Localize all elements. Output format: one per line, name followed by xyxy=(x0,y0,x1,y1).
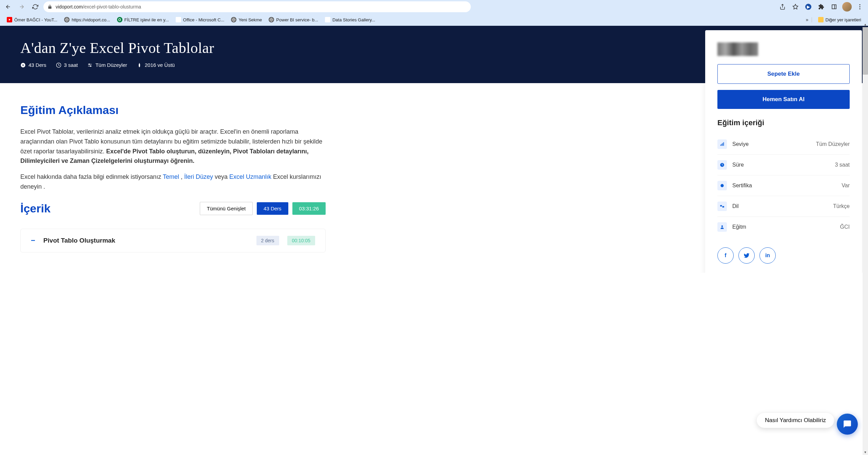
svg-rect-17 xyxy=(722,143,723,146)
total-duration-badge: 03:31:26 xyxy=(292,202,326,215)
forward-button[interactable] xyxy=(16,1,27,12)
share-icon xyxy=(779,4,786,10)
panel-button[interactable] xyxy=(829,1,840,12)
info-row-certificate: Sertifika Var xyxy=(717,175,850,196)
language-icon xyxy=(717,202,727,211)
globe-icon xyxy=(231,17,236,22)
globe-icon xyxy=(269,17,274,22)
bookmark-label: FİLTRE işlevi ile en y... xyxy=(124,17,169,22)
svg-point-23 xyxy=(721,225,723,227)
social-share-row: f in xyxy=(717,247,850,264)
scroll-up-icon[interactable]: ▲ xyxy=(863,22,868,27)
scrollbar[interactable]: ▲ ▼ xyxy=(863,27,868,273)
description-para-2: Excel hakkında daha fazla bilgi edinmek … xyxy=(20,172,326,192)
bookmarks-bar: Ömer BAĞCI - YouT... https://vidoport.co… xyxy=(0,14,868,26)
star-icon xyxy=(792,4,798,10)
expand-all-button[interactable]: Tümünü Genişlet xyxy=(200,202,253,215)
bookmark-item[interactable]: Data Stories Gallery... xyxy=(322,16,378,24)
bookmarks-overflow[interactable]: » xyxy=(806,17,809,22)
svg-point-3 xyxy=(859,4,860,5)
certificate-icon xyxy=(717,181,727,190)
url-bar[interactable]: vidoport.com/excel-pivot-tablo-olusturma xyxy=(43,1,471,12)
info-row-duration: Süre 3 saat xyxy=(717,155,850,175)
buy-now-button[interactable]: Hemen Satın Al xyxy=(717,90,850,109)
clock-icon xyxy=(717,160,727,170)
bookmark-item[interactable]: Yeni Sekme xyxy=(228,16,265,24)
link-temel[interactable]: Temel xyxy=(163,173,179,180)
add-to-cart-button[interactable]: Sepete Ekle xyxy=(717,64,850,84)
url-text: vidoport.com/excel-pivot-tablo-olusturma xyxy=(56,4,141,10)
svg-point-5 xyxy=(859,8,860,9)
folder-icon xyxy=(818,17,824,22)
svg-rect-21 xyxy=(720,205,722,207)
total-lessons-badge: 43 Ders xyxy=(257,202,288,215)
purchase-card: Sepete Ekle Hemen Satın Al Eğitim içeriğ… xyxy=(705,30,862,273)
lesson-section-row[interactable]: − Pivot Tablo Oluşturmak 2 ders 00:10:05 xyxy=(20,229,326,252)
globe-icon xyxy=(64,17,70,22)
panel-icon xyxy=(831,4,837,10)
bookmark-item[interactable]: https://vidoport.co... xyxy=(61,16,113,24)
reload-button[interactable] xyxy=(30,1,41,12)
meta-lessons: 43 Ders xyxy=(20,62,46,68)
avatar-icon xyxy=(842,2,852,12)
info-row-level: Seviye Tüm Düzeyler xyxy=(717,134,850,155)
bookmark-item[interactable]: Ömer BAĞCI - YouT... xyxy=(4,16,60,24)
svg-rect-15 xyxy=(720,145,721,146)
profile-button[interactable] xyxy=(842,1,852,12)
bookmark-label: Power BI service- b... xyxy=(276,17,318,22)
description-para-1: Excel Pivot Tablolar, verilerinizi anali… xyxy=(20,127,326,166)
share-linkedin[interactable]: in xyxy=(759,247,776,264)
bookmark-star-button[interactable] xyxy=(790,1,801,12)
other-bookmarks-button[interactable]: Diğer yer işaretleri xyxy=(815,16,864,24)
bookmark-label: Yeni Sekme xyxy=(238,17,262,22)
bookmark-item[interactable]: O FİLTRE işlevi ile en y... xyxy=(114,16,172,24)
menu-button[interactable] xyxy=(854,1,865,12)
person-icon xyxy=(717,222,727,232)
youtube-icon xyxy=(7,17,12,22)
card-logo xyxy=(717,42,758,56)
level-icon xyxy=(717,139,727,149)
meta-version: 2016 ve Üstü xyxy=(137,62,175,68)
svg-point-13 xyxy=(89,64,90,65)
sliders-icon xyxy=(87,62,93,68)
rocket-icon xyxy=(137,62,142,68)
play-circle-icon xyxy=(20,62,26,68)
info-row-instructor: Eğitm ĞCI xyxy=(717,217,850,237)
link-ileri[interactable]: İleri Düzey xyxy=(184,173,213,180)
browser-toolbar: vidoport.com/excel-pivot-tablo-olusturma… xyxy=(0,0,868,14)
share-button[interactable] xyxy=(777,1,788,12)
share-twitter[interactable] xyxy=(738,247,755,264)
bookmark-label: https://vidoport.co... xyxy=(72,17,110,22)
extension-1[interactable]: ▶ xyxy=(803,1,814,12)
lesson-count-badge: 2 ders xyxy=(256,236,279,245)
info-row-language: Dil Türkçe xyxy=(717,196,850,217)
dots-vertical-icon xyxy=(859,4,861,10)
arrow-right-icon xyxy=(19,4,25,10)
link-uzmanlik[interactable]: Excel Uzmanlık xyxy=(229,173,271,180)
svg-point-14 xyxy=(90,65,91,67)
share-facebook[interactable]: f xyxy=(717,247,734,264)
extensions-button[interactable] xyxy=(816,1,827,12)
clock-icon xyxy=(56,62,61,68)
bookmark-item[interactable]: Office - Microsoft C... xyxy=(173,16,227,24)
svg-marker-0 xyxy=(793,4,798,9)
other-bookmarks-label: Diğer yer işaretleri xyxy=(826,17,861,22)
browser-chrome: vidoport.com/excel-pivot-tablo-olusturma… xyxy=(0,0,868,26)
content-heading: İçerik xyxy=(20,202,51,215)
scrollbar-thumb[interactable] xyxy=(863,27,868,75)
arrow-left-icon xyxy=(5,4,11,10)
bookmark-item[interactable]: Power BI service- b... xyxy=(266,16,321,24)
description-heading: Eğitim Açıklaması xyxy=(20,103,326,117)
svg-rect-16 xyxy=(721,144,722,146)
reload-icon xyxy=(32,4,38,10)
meta-level: Tüm Düzeyler xyxy=(87,62,127,68)
app-icon: O xyxy=(117,17,122,22)
puzzle-icon xyxy=(818,4,824,10)
bookmark-label: Data Stories Gallery... xyxy=(332,17,375,22)
lesson-duration-badge: 00:10:05 xyxy=(287,236,315,245)
lock-icon xyxy=(47,4,52,9)
microsoft-icon xyxy=(325,17,330,22)
back-button[interactable] xyxy=(3,1,14,12)
svg-point-20 xyxy=(720,184,724,187)
lesson-section-title: Pivot Tablo Oluşturmak xyxy=(43,237,115,244)
